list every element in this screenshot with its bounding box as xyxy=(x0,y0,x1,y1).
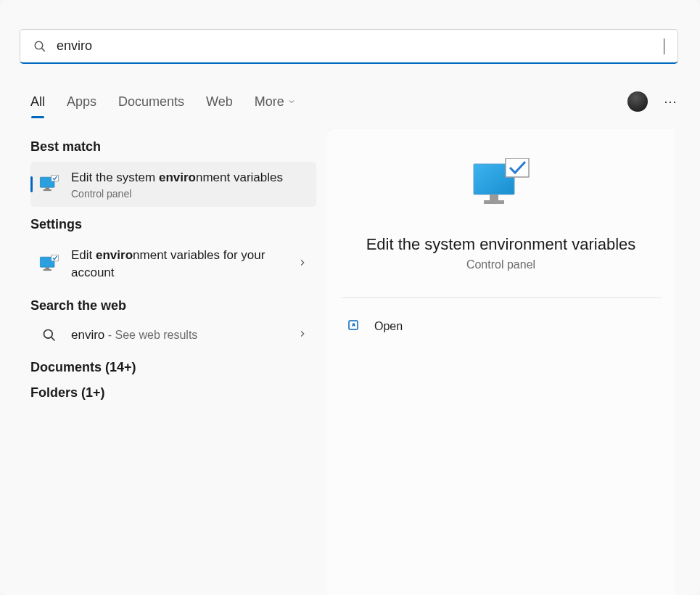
svg-rect-13 xyxy=(490,194,498,200)
svg-rect-14 xyxy=(484,200,504,204)
monitor-check-icon xyxy=(39,174,59,194)
divider xyxy=(341,298,661,298)
svg-rect-7 xyxy=(45,267,49,269)
results-column: Best match Edit the system environment v… xyxy=(0,129,326,595)
monitor-check-icon xyxy=(39,255,59,274)
text-cursor xyxy=(664,38,664,54)
chevron-down-icon xyxy=(287,94,296,110)
chevron-right-icon xyxy=(297,258,308,271)
result-settings-env-user[interactable]: Edit environment variables for your acco… xyxy=(30,239,316,289)
section-search-web: Search the web xyxy=(30,298,316,313)
tab-documents[interactable]: Documents xyxy=(118,94,184,110)
result-best-match[interactable]: Edit the system environment variables Co… xyxy=(30,162,316,207)
web-term: enviro xyxy=(71,328,104,342)
title-match: enviro xyxy=(159,171,196,184)
content-area: Best match Edit the system environment v… xyxy=(0,129,700,595)
result-text: Edit the system environment variables Co… xyxy=(71,169,308,200)
preview-app-icon xyxy=(471,158,532,215)
search-icon xyxy=(33,40,46,53)
result-text: enviro - See web results xyxy=(71,328,286,342)
action-open-label: Open xyxy=(374,320,403,333)
svg-rect-8 xyxy=(44,269,52,271)
svg-point-10 xyxy=(44,330,53,339)
title-pre: Edit xyxy=(71,248,96,262)
web-suffix: - See web results xyxy=(104,329,197,341)
result-web-search[interactable]: enviro - See web results xyxy=(30,321,316,350)
overflow-menu-button[interactable]: ⋯ xyxy=(664,94,678,110)
action-open[interactable]: Open xyxy=(341,311,661,342)
section-settings: Settings xyxy=(30,217,316,232)
svg-point-0 xyxy=(35,41,43,49)
preview-pane: Edit the system environment variables Co… xyxy=(326,129,675,595)
open-external-icon xyxy=(347,319,360,335)
tab-all[interactable]: All xyxy=(30,94,45,110)
filter-tabs: All Apps Documents Web More ⋯ xyxy=(30,87,678,116)
title-match: enviro xyxy=(96,248,133,262)
user-avatar[interactable] xyxy=(627,91,648,112)
svg-rect-4 xyxy=(44,189,52,191)
section-documents[interactable]: Documents (14+) xyxy=(30,360,316,375)
chevron-right-icon xyxy=(297,329,308,342)
preview-title: Edit the system environment variables xyxy=(341,235,661,254)
result-text: Edit environment variables for your acco… xyxy=(71,247,286,282)
section-folders[interactable]: Folders (1+) xyxy=(30,385,316,401)
result-subtitle: Control panel xyxy=(71,188,308,200)
tab-apps[interactable]: Apps xyxy=(67,94,96,110)
svg-line-1 xyxy=(42,48,45,51)
search-icon xyxy=(39,328,59,342)
svg-rect-15 xyxy=(506,158,529,177)
search-box[interactable] xyxy=(20,29,678,64)
tab-web[interactable]: Web xyxy=(206,94,233,110)
svg-line-11 xyxy=(52,337,55,341)
search-input[interactable] xyxy=(55,38,665,54)
preview-subtitle: Control panel xyxy=(341,258,661,271)
search-window: All Apps Documents Web More ⋯ Best match xyxy=(0,0,700,595)
tab-more-label: More xyxy=(255,94,284,110)
svg-rect-3 xyxy=(45,187,49,189)
title-pre: Edit the system xyxy=(71,171,159,184)
title-post: nment variables xyxy=(196,171,283,184)
tab-more[interactable]: More xyxy=(255,94,296,110)
section-best-match: Best match xyxy=(30,139,316,155)
